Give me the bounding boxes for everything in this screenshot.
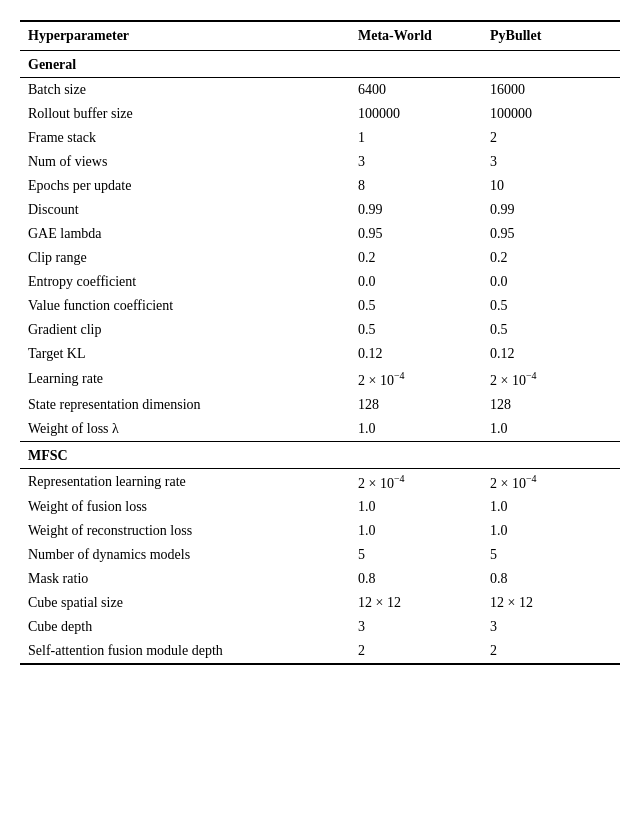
meta-mask-ratio: 0.8 [350,567,482,591]
meta-weight-fusion-loss: 1.0 [350,495,482,519]
meta-gae-lambda: 0.95 [350,222,482,246]
param-self-attn-depth: Self-attention fusion module depth [20,639,350,664]
pybullet-num-dynamics-models: 5 [482,543,620,567]
table-row: Frame stack 1 2 [20,126,620,150]
meta-weight-recon-loss: 1.0 [350,519,482,543]
param-frame-stack: Frame stack [20,126,350,150]
pybullet-learning-rate: 2 × 10−4 [482,366,620,393]
param-entropy-coeff: Entropy coefficient [20,270,350,294]
pybullet-weight-loss: 1.0 [482,417,620,442]
table-row: Learning rate 2 × 10−4 2 × 10−4 [20,366,620,393]
table-row: State representation dimension 128 128 [20,393,620,417]
table-row: Epochs per update 8 10 [20,174,620,198]
table-row: Weight of fusion loss 1.0 1.0 [20,495,620,519]
table-row: Target KL 0.12 0.12 [20,342,620,366]
param-batch-size: Batch size [20,78,350,103]
param-cube-spatial: Cube spatial size [20,591,350,615]
table-row: Cube depth 3 3 [20,615,620,639]
pybullet-mask-ratio: 0.8 [482,567,620,591]
param-weight-recon-loss: Weight of reconstruction loss [20,519,350,543]
param-num-views: Num of views [20,150,350,174]
meta-epochs-per-update: 8 [350,174,482,198]
param-weight-loss: Weight of loss λ [20,417,350,442]
param-target-kl: Target KL [20,342,350,366]
table-row: Rollout buffer size 100000 100000 [20,102,620,126]
pybullet-num-views: 3 [482,150,620,174]
param-clip-range: Clip range [20,246,350,270]
meta-clip-range: 0.2 [350,246,482,270]
table-row: Num of views 3 3 [20,150,620,174]
header-meta-world: Meta-World [350,21,482,51]
table-row: Representation learning rate 2 × 10−4 2 … [20,468,620,495]
meta-discount: 0.99 [350,198,482,222]
meta-cube-spatial: 12 × 12 [350,591,482,615]
table-row: Mask ratio 0.8 0.8 [20,567,620,591]
pybullet-entropy-coeff: 0.0 [482,270,620,294]
meta-frame-stack: 1 [350,126,482,150]
pybullet-batch-size: 16000 [482,78,620,103]
pybullet-cube-depth: 3 [482,615,620,639]
header-pybullet: PyBullet [482,21,620,51]
section-general-header: General [20,51,620,78]
param-gradient-clip: Gradient clip [20,318,350,342]
table-header-row: Hyperparameter Meta-World PyBullet [20,21,620,51]
meta-num-views: 3 [350,150,482,174]
section-mfsc-header: MFSC [20,441,620,468]
meta-value-fn-coeff: 0.5 [350,294,482,318]
table-row: Weight of loss λ 1.0 1.0 [20,417,620,442]
table-container: Hyperparameter Meta-World PyBullet Gener… [20,20,620,665]
param-rep-lr: Representation learning rate [20,468,350,495]
param-discount: Discount [20,198,350,222]
pybullet-state-rep-dim: 128 [482,393,620,417]
pybullet-value-fn-coeff: 0.5 [482,294,620,318]
pybullet-weight-recon-loss: 1.0 [482,519,620,543]
meta-cube-depth: 3 [350,615,482,639]
param-gae-lambda: GAE lambda [20,222,350,246]
param-weight-fusion-loss: Weight of fusion loss [20,495,350,519]
param-state-rep-dim: State representation dimension [20,393,350,417]
meta-target-kl: 0.12 [350,342,482,366]
meta-gradient-clip: 0.5 [350,318,482,342]
table-row: Clip range 0.2 0.2 [20,246,620,270]
table-row: Value function coefficient 0.5 0.5 [20,294,620,318]
param-learning-rate: Learning rate [20,366,350,393]
param-mask-ratio: Mask ratio [20,567,350,591]
table-row: Gradient clip 0.5 0.5 [20,318,620,342]
pybullet-discount: 0.99 [482,198,620,222]
section-mfsc-label: MFSC [20,441,620,468]
table-row: Cube spatial size 12 × 12 12 × 12 [20,591,620,615]
pybullet-frame-stack: 2 [482,126,620,150]
table-row: GAE lambda 0.95 0.95 [20,222,620,246]
meta-rep-lr: 2 × 10−4 [350,468,482,495]
meta-rollout-buffer: 100000 [350,102,482,126]
section-general-label: General [20,51,620,78]
param-cube-depth: Cube depth [20,615,350,639]
pybullet-rollout-buffer: 100000 [482,102,620,126]
pybullet-self-attn-depth: 2 [482,639,620,664]
pybullet-weight-fusion-loss: 1.0 [482,495,620,519]
hyperparameter-table: Hyperparameter Meta-World PyBullet Gener… [20,20,620,665]
pybullet-target-kl: 0.12 [482,342,620,366]
table-row: Self-attention fusion module depth 2 2 [20,639,620,664]
param-num-dynamics-models: Number of dynamics models [20,543,350,567]
meta-weight-loss: 1.0 [350,417,482,442]
param-rollout-buffer: Rollout buffer size [20,102,350,126]
meta-batch-size: 6400 [350,78,482,103]
header-hyperparameter: Hyperparameter [20,21,350,51]
param-epochs-per-update: Epochs per update [20,174,350,198]
table-row: Entropy coefficient 0.0 0.0 [20,270,620,294]
table-row: Number of dynamics models 5 5 [20,543,620,567]
pybullet-cube-spatial: 12 × 12 [482,591,620,615]
pybullet-clip-range: 0.2 [482,246,620,270]
meta-entropy-coeff: 0.0 [350,270,482,294]
meta-state-rep-dim: 128 [350,393,482,417]
pybullet-gradient-clip: 0.5 [482,318,620,342]
meta-learning-rate: 2 × 10−4 [350,366,482,393]
meta-self-attn-depth: 2 [350,639,482,664]
meta-num-dynamics-models: 5 [350,543,482,567]
pybullet-rep-lr: 2 × 10−4 [482,468,620,495]
param-value-fn-coeff: Value function coefficient [20,294,350,318]
pybullet-epochs-per-update: 10 [482,174,620,198]
table-row: Discount 0.99 0.99 [20,198,620,222]
table-row: Batch size 6400 16000 [20,78,620,103]
